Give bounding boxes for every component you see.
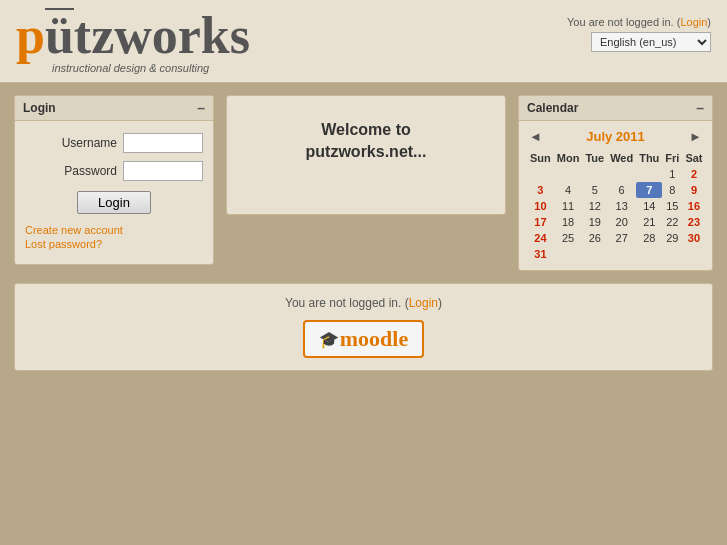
middle-row: Login – Username Password Login Create n… bbox=[14, 95, 713, 271]
moodle-logo: 🎓moodle bbox=[303, 320, 424, 358]
cal-header-wed: Wed bbox=[607, 150, 636, 166]
graduation-hat-icon: 🎓 bbox=[319, 330, 339, 349]
language-select[interactable]: English (en_us) bbox=[591, 32, 711, 52]
logo-rest: tzworks bbox=[74, 7, 250, 64]
footer-login-status: You are not logged in. (Login) bbox=[27, 296, 700, 310]
login-panel-collapse-icon[interactable]: – bbox=[197, 100, 205, 116]
cal-header-mon: Mon bbox=[554, 150, 583, 166]
login-panel-title: Login bbox=[23, 101, 56, 115]
login-button[interactable]: Login bbox=[77, 191, 151, 214]
calendar-panel-collapse-icon[interactable]: – bbox=[696, 100, 704, 116]
calendar-day-cell[interactable]: 26 bbox=[582, 230, 607, 246]
calendar-day-cell[interactable]: 28 bbox=[636, 230, 662, 246]
calendar-day-cell[interactable]: 6 bbox=[607, 182, 636, 198]
password-input[interactable] bbox=[123, 161, 203, 181]
calendar-day-cell[interactable]: 4 bbox=[554, 182, 583, 198]
calendar-nav: ◄ July 2011 ► bbox=[527, 129, 704, 144]
calendar-day-cell[interactable]: 15 bbox=[662, 198, 682, 214]
calendar-day-cell bbox=[607, 246, 636, 262]
calendar-day-cell bbox=[554, 246, 583, 262]
moodle-logo-text: moodle bbox=[340, 326, 408, 352]
calendar-day-cell[interactable]: 13 bbox=[607, 198, 636, 214]
calendar-day-cell[interactable]: 27 bbox=[607, 230, 636, 246]
calendar-day-cell[interactable]: 29 bbox=[662, 230, 682, 246]
cal-header-tue: Tue bbox=[582, 150, 607, 166]
calendar-day-cell[interactable]: 14 bbox=[636, 198, 662, 214]
login-button-row: Login bbox=[25, 191, 203, 214]
calendar-content: ◄ July 2011 ► Sun Mon Tue Wed Thu Fri Sa bbox=[519, 121, 712, 270]
top-bar: pützworks instructional design & consult… bbox=[0, 0, 727, 83]
calendar-day-cell bbox=[582, 246, 607, 262]
cal-header-sun: Sun bbox=[527, 150, 554, 166]
calendar-day-cell[interactable]: 18 bbox=[554, 214, 583, 230]
cal-header-thu: Thu bbox=[636, 150, 662, 166]
calendar-day-cell bbox=[554, 166, 583, 182]
calendar-day-cell bbox=[636, 246, 662, 262]
language-selector-container: English (en_us) bbox=[591, 32, 711, 52]
calendar-day-cell[interactable]: 25 bbox=[554, 230, 583, 246]
top-right-area: You are not logged in. (Login) English (… bbox=[567, 16, 711, 52]
lost-password-link[interactable]: Lost password? bbox=[25, 238, 203, 250]
calendar-day-cell[interactable]: 5 bbox=[582, 182, 607, 198]
header-login-link[interactable]: Login bbox=[680, 16, 707, 28]
calendar-day-cell[interactable]: 24 bbox=[527, 230, 554, 246]
calendar-week-row: 3456789 bbox=[527, 182, 706, 198]
calendar-panel-title: Calendar bbox=[527, 101, 578, 115]
calendar-day-cell[interactable]: 1 bbox=[662, 166, 682, 182]
calendar-next-button[interactable]: ► bbox=[687, 129, 704, 144]
login-form: Username Password Login Create new accou… bbox=[15, 121, 213, 264]
calendar-day-cell bbox=[582, 166, 607, 182]
calendar-day-cell bbox=[682, 246, 705, 262]
password-row: Password bbox=[25, 161, 203, 181]
calendar-week-row: 17181920212223 bbox=[527, 214, 706, 230]
username-input[interactable] bbox=[123, 133, 203, 153]
calendar-day-cell[interactable]: 31 bbox=[527, 246, 554, 262]
calendar-day-cell[interactable]: 19 bbox=[582, 214, 607, 230]
main-content: Login – Username Password Login Create n… bbox=[0, 83, 727, 383]
calendar-day-cell[interactable]: 2 bbox=[682, 166, 705, 182]
username-label: Username bbox=[62, 136, 117, 150]
calendar-week-row: 12 bbox=[527, 166, 706, 182]
username-row: Username bbox=[25, 133, 203, 153]
footer-panel: You are not logged in. (Login) 🎓moodle bbox=[14, 283, 713, 371]
calendar-prev-button[interactable]: ◄ bbox=[527, 129, 544, 144]
calendar-month-year: July 2011 bbox=[586, 129, 645, 144]
calendar-week-row: 24252627282930 bbox=[527, 230, 706, 246]
calendar-day-cell[interactable]: 23 bbox=[682, 214, 705, 230]
calendar-day-cell[interactable]: 10 bbox=[527, 198, 554, 214]
calendar-day-cell[interactable]: 3 bbox=[527, 182, 554, 198]
calendar-day-cell[interactable]: 17 bbox=[527, 214, 554, 230]
calendar-day-cell bbox=[662, 246, 682, 262]
cal-header-sat: Sat bbox=[682, 150, 705, 166]
calendar-day-cell[interactable]: 22 bbox=[662, 214, 682, 230]
calendar-day-cell bbox=[607, 166, 636, 182]
create-account-link[interactable]: Create new account bbox=[25, 224, 203, 236]
calendar-week-row: 31 bbox=[527, 246, 706, 262]
calendar-day-cell[interactable]: 8 bbox=[662, 182, 682, 198]
calendar-day-cell[interactable]: 20 bbox=[607, 214, 636, 230]
calendar-day-cell bbox=[636, 166, 662, 182]
site-logo: pützworks bbox=[16, 8, 250, 62]
login-panel: Login – Username Password Login Create n… bbox=[14, 95, 214, 265]
logo-p: p bbox=[16, 7, 45, 64]
calendar-day-cell[interactable]: 7 bbox=[636, 182, 662, 198]
calendar-day-cell[interactable]: 30 bbox=[682, 230, 705, 246]
calendar-header-row: Sun Mon Tue Wed Thu Fri Sat bbox=[527, 150, 706, 166]
welcome-content: Welcome to putzworks.net... bbox=[227, 96, 505, 186]
calendar-table: Sun Mon Tue Wed Thu Fri Sat 123456789101… bbox=[527, 150, 706, 262]
footer-login-link[interactable]: Login bbox=[409, 296, 438, 310]
calendar-day-cell[interactable]: 16 bbox=[682, 198, 705, 214]
calendar-day-cell[interactable]: 11 bbox=[554, 198, 583, 214]
calendar-day-cell[interactable]: 12 bbox=[582, 198, 607, 214]
calendar-body: 1234567891011121314151617181920212223242… bbox=[527, 166, 706, 262]
login-links: Create new account Lost password? bbox=[25, 224, 203, 250]
calendar-day-cell[interactable]: 9 bbox=[682, 182, 705, 198]
welcome-panel: Welcome to putzworks.net... bbox=[226, 95, 506, 215]
password-label: Password bbox=[64, 164, 117, 178]
calendar-panel: Calendar – ◄ July 2011 ► Sun Mon Tue Wed bbox=[518, 95, 713, 271]
calendar-day-cell[interactable]: 21 bbox=[636, 214, 662, 230]
calendar-panel-header: Calendar – bbox=[519, 96, 712, 121]
welcome-text: Welcome to putzworks.net... bbox=[306, 119, 427, 164]
cal-header-fri: Fri bbox=[662, 150, 682, 166]
login-panel-header: Login – bbox=[15, 96, 213, 121]
